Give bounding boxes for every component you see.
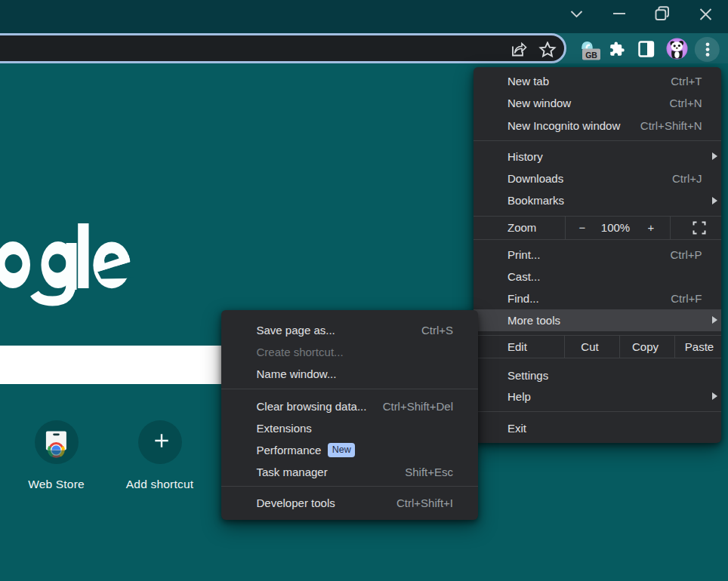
svg-text:GB: GB (585, 51, 597, 60)
